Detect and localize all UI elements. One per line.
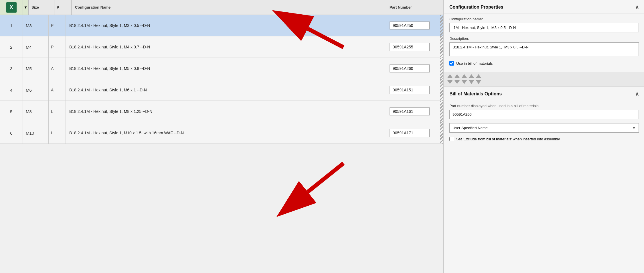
config-name-input[interactable] [449, 23, 639, 32]
row-size: M8 [23, 101, 49, 122]
table-row[interactable]: 5 M8 L B18.2.4.1M - Hex nut, Style 1, M8… [0, 101, 443, 122]
row-number: 6 [0, 122, 23, 144]
part-number-box[interactable]: 90591A171 [390, 129, 430, 137]
row-part-number: 90591A171 [386, 122, 443, 144]
row-config-name: B18.2.4.1M - Hex nut, Style 1, M8 x 1.25… [66, 101, 386, 122]
bom-part-number-label: Part number displayed when used in a bil… [449, 104, 639, 108]
triangle-down [454, 80, 460, 84]
table-row[interactable]: 6 M10 L B18.2.4.1M - Hex nut, Style 1, M… [0, 122, 443, 144]
bom-section-title: Bill of Materials Options [449, 91, 502, 97]
row-prefix: A [49, 58, 66, 79]
exclude-bom-label: Set 'Exclude from bill of materials' whe… [456, 137, 560, 141]
row-config-name: B18.2.4.1M - Hex nut, Style 1, M3 x 0.5 … [66, 15, 386, 36]
chevron-down-icon: ▼ [632, 126, 636, 130]
row-config-name: B18.2.4.1M - Hex nut, Style 1, M4 x 0.7 … [66, 36, 386, 58]
triangle-up [461, 74, 467, 78]
table-row[interactable]: 2 M4 P B18.2.4.1M - Hex nut, Style 1, M4… [0, 36, 443, 58]
part-number-box[interactable]: 90591A161 [390, 107, 430, 115]
description-input[interactable]: B18.2.4.1M - Hex nut, Style 1, M3 x 0.5 … [449, 42, 639, 56]
bom-checkbox-label: Use in bill of materials [456, 61, 493, 66]
row-size: M6 [23, 79, 49, 101]
row-size: M5 [23, 58, 49, 79]
part-number-box[interactable]: 90591A255 [390, 43, 430, 51]
triangle-up [476, 74, 481, 78]
row-prefix: L [49, 101, 66, 122]
triangle-down [469, 80, 474, 84]
bom-section-header: Bill of Materials Options ∧ [444, 87, 644, 100]
row-number: 2 [0, 36, 23, 58]
size-header: Size [29, 0, 54, 15]
excel-dropdown[interactable]: ▼ [23, 0, 29, 15]
table-row[interactable]: 3 M5 A B18.2.4.1M - Hex nut, Style 1, M5… [0, 58, 443, 79]
excel-header-cell: X [0, 0, 23, 15]
row-prefix: A [49, 79, 66, 101]
triangle-up [469, 74, 474, 78]
config-properties-title: Configuration Properties [449, 5, 503, 10]
row-part-number: 90591A250 [386, 15, 443, 36]
part-number-box[interactable]: 90591A151 [390, 86, 430, 94]
table-body: 1 M3 P B18.2.4.1M - Hex nut, Style 1, M3… [0, 15, 443, 273]
dropdown-selected-value: User Specified Name [453, 126, 488, 130]
table-header: X ▼ Size P Configuration Name Part Numbe… [0, 0, 443, 15]
bom-part-number-input[interactable] [449, 110, 639, 119]
exclude-bom-checkbox[interactable] [449, 137, 454, 141]
triangle-up [447, 74, 453, 78]
part-number-box[interactable]: 90591A260 [390, 64, 430, 72]
config-name-label: Configuration name: [449, 17, 639, 21]
row-part-number: 90591A151 [386, 79, 443, 101]
triangle-up [454, 74, 460, 78]
triangle-down [461, 80, 467, 84]
table-panel: X ▼ Size P Configuration Name Part Numbe… [0, 0, 444, 273]
part-number-box[interactable]: 90591A250 [390, 21, 430, 30]
row-number: 3 [0, 58, 23, 79]
config-collapse-button[interactable]: ∧ [635, 4, 639, 10]
row-size: M3 [23, 15, 49, 36]
bom-section: Bill of Materials Options ∧ Part number … [444, 86, 644, 148]
row-prefix: P [49, 36, 66, 58]
right-panel: Configuration Properties ∧ Configuration… [444, 0, 644, 273]
row-size: M4 [23, 36, 49, 58]
row-part-number: 90591A255 [386, 36, 443, 58]
row-number: 1 [0, 15, 23, 36]
prefix-header: P [54, 0, 72, 15]
bom-checkbox[interactable] [449, 61, 454, 66]
bom-name-type-dropdown[interactable]: User Specified Name ▼ [449, 123, 639, 133]
config-name-header: Configuration Name [72, 0, 386, 15]
config-properties-body: Configuration name: Description: B18.2.4… [444, 13, 644, 72]
bom-section-body: Part number displayed when used in a bil… [444, 100, 644, 148]
bom-collapse-button[interactable]: ∧ [635, 91, 639, 97]
table-row[interactable]: 1 M3 P B18.2.4.1M - Hex nut, Style 1, M3… [0, 15, 443, 36]
row-number: 5 [0, 101, 23, 122]
bom-checkbox-row: Use in bill of materials [449, 61, 639, 66]
table-row[interactable]: 4 M6 A B18.2.4.1M - Hex nut, Style 1, M6… [0, 79, 443, 101]
row-number: 4 [0, 79, 23, 101]
zigzag-separator [444, 72, 644, 86]
row-size: M10 [23, 122, 49, 144]
description-label: Description: [449, 36, 639, 41]
row-config-name: B18.2.4.1M - Hex nut, Style 1, M10 x 1.5… [66, 122, 386, 144]
part-number-header: Part Number [386, 0, 443, 15]
config-properties-section-header: Configuration Properties ∧ [444, 0, 644, 13]
row-part-number: 90591A161 [386, 101, 443, 122]
row-part-number: 90591A260 [386, 58, 443, 79]
excel-icon[interactable]: X [6, 2, 17, 13]
row-config-name: B18.2.4.1M - Hex nut, Style 1, M5 x 0.8 … [66, 58, 386, 79]
row-prefix: L [49, 122, 66, 144]
row-prefix: P [49, 15, 66, 36]
exclude-bom-checkbox-row: Set 'Exclude from bill of materials' whe… [449, 137, 639, 141]
row-config-name: B18.2.4.1M - Hex nut, Style 1, M6 x 1 --… [66, 79, 386, 101]
triangle-down [447, 80, 453, 84]
triangle-down [476, 80, 481, 84]
